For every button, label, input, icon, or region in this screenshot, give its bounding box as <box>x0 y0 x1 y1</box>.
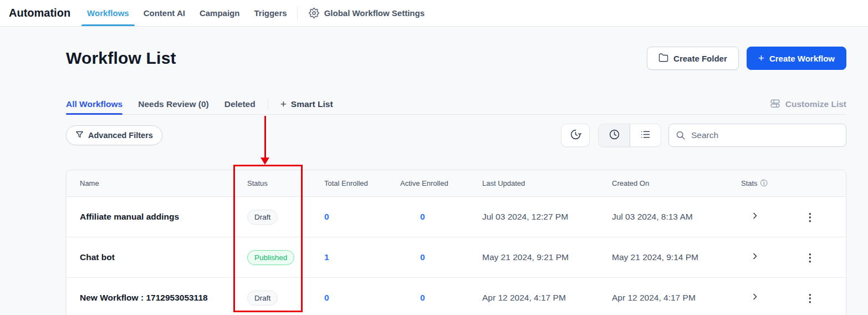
stats-cell <box>719 292 774 303</box>
chevron-right-icon[interactable] <box>750 252 759 263</box>
status-badge: Draft <box>247 291 278 306</box>
column-header-total-enrolled: Total Enrolled <box>303 179 379 187</box>
workflow-name: New Workflow : 1712953053118 <box>80 293 208 302</box>
workflow-name-cell: Chat bot <box>67 252 233 262</box>
status-badge: Published <box>247 250 294 265</box>
chevron-right-icon[interactable] <box>750 292 759 303</box>
stats-cell <box>719 211 774 222</box>
chevron-right-icon[interactable] <box>750 211 759 222</box>
customize-list-label: Customize List <box>785 99 846 109</box>
total-enrolled-cell: 0 <box>303 293 379 303</box>
create-workflow-button[interactable]: + Create Workflow <box>747 47 846 70</box>
funnel-icon <box>75 130 84 140</box>
view-toggle-group <box>598 124 661 147</box>
last-updated-value: Apr 12 2024, 4:17 PM <box>482 293 566 302</box>
info-icon[interactable]: ⓘ <box>760 180 768 187</box>
folder-icon <box>658 53 668 64</box>
created-on-value: Jul 03 2024, 8:13 AM <box>612 212 693 221</box>
actions-cell: ⋮ <box>774 212 846 222</box>
list-icon <box>640 129 651 143</box>
top-navigation-bar: Automation Workflows Content AI Campaign… <box>0 0 868 27</box>
advanced-filters-label: Advanced Filters <box>88 131 153 140</box>
page-title: Workflow List <box>66 49 647 68</box>
kebab-menu-icon[interactable]: ⋮ <box>805 212 815 222</box>
total-enrolled-link[interactable]: 0 <box>324 212 329 221</box>
column-header-active-enrolled: Active Enrolled <box>379 179 461 187</box>
created-on-cell: May 21 2024, 9:14 PM <box>590 252 719 262</box>
global-workflow-settings-button[interactable]: Global Workflow Settings <box>309 8 425 18</box>
status-cell: Published <box>233 250 303 265</box>
total-enrolled-link[interactable]: 1 <box>324 252 329 262</box>
workflow-name-cell: New Workflow : 1712953053118 <box>67 293 233 303</box>
active-enrolled-link[interactable]: 0 <box>420 212 425 221</box>
main-content: Workflow List Create Folder + Create Wor… <box>0 47 868 315</box>
tab-triggers[interactable]: Triggers <box>254 0 287 26</box>
active-enrolled-cell: 0 <box>379 252 461 262</box>
status-badge: Draft <box>247 210 278 225</box>
created-on-value: May 21 2024, 9:14 PM <box>612 252 698 262</box>
tab-all-workflows[interactable]: All Workflows <box>66 94 122 114</box>
column-header-status: Status <box>233 179 303 187</box>
total-enrolled-cell: 0 <box>303 212 379 222</box>
table-row[interactable]: Affiliate manual addings Draft 0 0 Jul 0… <box>67 197 846 237</box>
workflow-table: Name Status Total Enrolled Active Enroll… <box>66 170 846 315</box>
active-enrolled-cell: 0 <box>379 293 461 303</box>
smart-list-label: Smart List <box>291 99 333 109</box>
status-cell: Draft <box>233 210 303 225</box>
kebab-menu-icon[interactable]: ⋮ <box>805 293 815 303</box>
created-on-value: Apr 12 2024, 4:17 PM <box>612 293 696 302</box>
list-view-toggle[interactable] <box>630 124 661 146</box>
customize-list-button[interactable]: Customize List <box>770 98 846 111</box>
workflow-name: Chat bot <box>80 252 115 262</box>
history-view-button[interactable] <box>561 124 590 147</box>
tab-deleted[interactable]: Deleted <box>224 94 256 114</box>
divider <box>268 98 268 110</box>
last-updated-cell: Apr 12 2024, 4:17 PM <box>461 293 590 303</box>
table-row[interactable]: New Workflow : 1712953053118 Draft 0 0 A… <box>67 278 846 315</box>
sliders-icon <box>770 98 780 111</box>
global-workflow-settings-label: Global Workflow Settings <box>324 8 425 18</box>
column-header-created-on: Created On <box>590 179 719 187</box>
last-updated-cell: May 21 2024, 9:21 PM <box>461 252 590 262</box>
kebab-menu-icon[interactable]: ⋮ <box>805 252 815 263</box>
tab-workflows[interactable]: Workflows <box>87 0 129 26</box>
active-enrolled-link[interactable]: 0 <box>420 252 425 262</box>
active-enrolled-link[interactable]: 0 <box>420 293 425 302</box>
last-updated-cell: Jul 03 2024, 12:27 PM <box>461 212 590 222</box>
column-header-name: Name <box>67 179 233 187</box>
search-input[interactable] <box>668 124 846 147</box>
created-on-cell: Jul 03 2024, 8:13 AM <box>590 212 719 222</box>
time-view-toggle[interactable] <box>599 124 630 146</box>
stats-header-label: Stats <box>741 179 758 187</box>
actions-cell: ⋮ <box>774 252 846 263</box>
stats-cell <box>719 252 774 263</box>
advanced-filters-button[interactable]: Advanced Filters <box>66 125 162 145</box>
workflow-name-cell: Affiliate manual addings <box>67 212 233 222</box>
clock-history-icon <box>570 129 581 143</box>
column-header-stats: Stats ⓘ <box>719 179 774 187</box>
last-updated-value: May 21 2024, 9:21 PM <box>482 252 569 262</box>
tab-campaign[interactable]: Campaign <box>200 0 240 26</box>
workflow-name: Affiliate manual addings <box>80 212 179 221</box>
smart-list-button[interactable]: + Smart List <box>280 98 333 110</box>
clock-icon <box>609 129 620 143</box>
top-nav-tabs: Workflows Content AI Campaign Triggers <box>87 0 287 26</box>
toolbar: Advanced Filters <box>66 124 846 147</box>
create-folder-label: Create Folder <box>673 54 727 63</box>
plus-icon: + <box>280 98 287 110</box>
create-folder-button[interactable]: Create Folder <box>647 47 739 70</box>
status-cell: Draft <box>233 291 303 306</box>
tab-needs-review[interactable]: Needs Review (0) <box>138 94 209 114</box>
actions-cell: ⋮ <box>774 293 846 303</box>
total-enrolled-link[interactable]: 0 <box>324 293 329 302</box>
column-header-last-updated: Last Updated <box>461 179 590 187</box>
divider <box>297 6 298 21</box>
table-header-row: Name Status Total Enrolled Active Enroll… <box>67 170 846 197</box>
table-row[interactable]: Chat bot Published 1 0 May 21 2024, 9:21… <box>67 237 846 278</box>
tab-content-ai[interactable]: Content AI <box>144 0 185 26</box>
plus-icon: + <box>758 53 764 63</box>
total-enrolled-cell: 1 <box>303 252 379 262</box>
active-enrolled-cell: 0 <box>379 212 461 222</box>
created-on-cell: Apr 12 2024, 4:17 PM <box>590 293 719 303</box>
workflow-list-tabs: All Workflows Needs Review (0) Deleted +… <box>66 94 846 115</box>
